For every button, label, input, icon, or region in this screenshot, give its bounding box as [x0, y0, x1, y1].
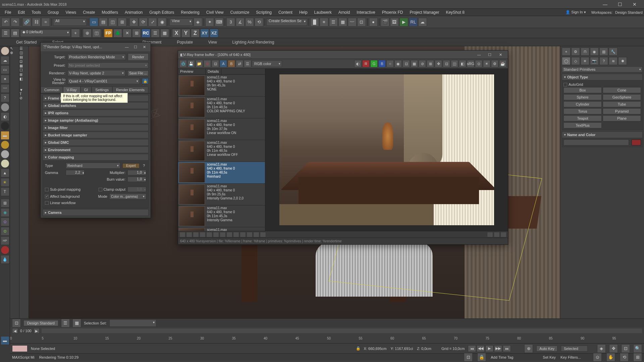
- se-filter-2[interactable]: T: [19, 92, 29, 96]
- status-color-swatch[interactable]: [12, 345, 28, 352]
- vfb-green-button[interactable]: G: [370, 60, 378, 67]
- menu-animation[interactable]: Animation: [121, 9, 146, 15]
- workspace-dropdown[interactable]: Design Standard: [615, 10, 643, 14]
- goto-end-button[interactable]: ⏭: [503, 345, 511, 352]
- nav-btn-4[interactable]: 🔍: [633, 344, 642, 353]
- vfb-history-item[interactable]: scena11.max640 x 480, frame 00h 9m 25,6s…: [178, 184, 265, 205]
- menu-scripting[interactable]: Scripting: [253, 9, 275, 15]
- layer-button[interactable]: ☰: [329, 18, 338, 26]
- keyboard-shortcut-button[interactable]: ⌨: [215, 18, 223, 26]
- toggle-ribbon-button[interactable]: ▦: [338, 18, 347, 26]
- se-btn-8[interactable]: ◧: [19, 77, 29, 81]
- object-color-swatch[interactable]: [632, 139, 641, 145]
- cm-subpixel-checkbox[interactable]: Sub-pixel mapping: [45, 187, 80, 191]
- subtab-geometry[interactable]: ◯: [562, 57, 571, 65]
- layer-select-button[interactable]: ◫: [92, 29, 101, 38]
- vfb-st-1[interactable]: [179, 232, 185, 237]
- tab-utilities[interactable]: 🔧: [609, 48, 618, 56]
- vfb-st-6[interactable]: [213, 232, 219, 237]
- sphere-tool-icon[interactable]: [1, 47, 9, 55]
- isolate-button[interactable]: ⊡: [464, 353, 473, 362]
- prim-textplus[interactable]: TextPlus: [564, 122, 602, 128]
- rect-tool-icon[interactable]: ▬: [1, 131, 9, 140]
- rotate-button[interactable]: ⟳: [139, 18, 148, 26]
- undo-button[interactable]: ↶: [1, 18, 10, 26]
- purple-tool-icon[interactable]: ✿: [1, 218, 9, 226]
- cm-mult-spinner[interactable]: 1,0: [127, 170, 146, 175]
- black-tool-icon[interactable]: [1, 122, 9, 130]
- menu-arnold[interactable]: Arnold: [335, 9, 354, 15]
- placement-button[interactable]: ◉: [158, 18, 166, 26]
- vfb-mono-button[interactable]: ◐: [354, 60, 362, 67]
- axis-x-button[interactable]: X: [172, 29, 181, 38]
- cm-linear-checkbox[interactable]: Linear workflow: [45, 201, 75, 205]
- addtimetag-button[interactable]: Add Time Tag: [491, 355, 513, 359]
- lock-xyz-icon[interactable]: 🔒: [356, 346, 361, 351]
- keymode-dropdown[interactable]: Selected: [561, 346, 588, 352]
- hp-tool-icon[interactable]: HP: [1, 236, 9, 245]
- tri-tool-icon[interactable]: ▲: [1, 169, 9, 177]
- menu-keyshot[interactable]: KeyShot 8: [442, 9, 468, 15]
- select-object-button[interactable]: ▭: [90, 18, 98, 26]
- vfb-btn-9[interactable]: ⊘: [419, 60, 426, 67]
- vfb-st-13[interactable]: [260, 232, 266, 237]
- circle-tool-icon[interactable]: [1, 103, 9, 112]
- vfb-btn-14[interactable]: ◧: [459, 60, 466, 67]
- rs-preset-dropdown[interactable]: No preset selected: [67, 62, 149, 68]
- vfb-st-11[interactable]: [247, 232, 253, 237]
- prim-geosphere[interactable]: GeoSphere: [603, 94, 641, 100]
- vfb-st-4[interactable]: [200, 232, 206, 237]
- rollout-imagefilter[interactable]: Image filter: [43, 124, 149, 131]
- spline-tool-icon[interactable]: 〰: [1, 84, 9, 93]
- nav-btn-2[interactable]: ✥: [609, 344, 618, 353]
- rs-close[interactable]: ✕: [140, 44, 149, 50]
- vfb-btn-17[interactable]: ☀: [483, 60, 490, 67]
- vfb-btn-6[interactable]: ◉: [394, 60, 402, 67]
- subtab-spacewarps[interactable]: ≋: [609, 57, 618, 65]
- render-online-button[interactable]: ☁: [418, 18, 427, 26]
- prim-plane[interactable]: Plane: [603, 115, 641, 121]
- subtab-cameras[interactable]: 📷: [590, 57, 599, 65]
- curve-editor-button[interactable]: 〰: [348, 18, 357, 26]
- rollout-imagesampler[interactable]: Image sampler (Antialiasing): [43, 117, 149, 124]
- setkey-button[interactable]: Set Key: [543, 355, 556, 359]
- bind-button[interactable]: ≈: [41, 18, 50, 26]
- cm-expert-button[interactable]: Expert: [122, 163, 140, 168]
- menu-phoenixfd[interactable]: Phoenix FD: [379, 9, 407, 15]
- vfb-btn-19[interactable]: ☕: [499, 60, 506, 67]
- vfb-st-12[interactable]: [253, 232, 259, 237]
- red-tool-icon[interactable]: [1, 246, 9, 254]
- vfb-history-list[interactable]: scena11.max640 x 480, frame 00h 9m 45,3s…: [178, 75, 265, 231]
- rc-button[interactable]: RC: [142, 29, 150, 38]
- se-filter-3[interactable]: ⊘: [19, 96, 29, 100]
- green-tool-icon[interactable]: ✿: [1, 227, 9, 236]
- select-name-button[interactable]: ▤: [99, 18, 108, 26]
- menu-group[interactable]: Group: [44, 9, 62, 15]
- use-center-button[interactable]: ◈: [194, 18, 202, 26]
- vfb-btn-11[interactable]: ✥: [435, 60, 442, 67]
- vfb-menu-button[interactable]: ☰: [244, 60, 251, 67]
- se-btn-4[interactable]: ⊡: [19, 59, 29, 64]
- rollout-name-color[interactable]: Name and Color: [562, 131, 643, 138]
- arrow-tool[interactable]: ↖: [10, 46, 19, 51]
- menu-edit[interactable]: Edit: [14, 9, 28, 15]
- vfb-close[interactable]: ✕: [495, 51, 506, 58]
- layer-explorer-toggle[interactable]: ▤: [11, 29, 19, 38]
- design-standard-label[interactable]: Design Standard: [23, 320, 58, 326]
- se-btn-7[interactable]: ⊞: [19, 72, 29, 77]
- vfb-btn-15[interactable]: sRG: [467, 60, 474, 67]
- select-region-button[interactable]: ◫: [108, 18, 117, 26]
- menu-grapheditors[interactable]: Graph Editors: [146, 9, 177, 15]
- vfb-compare-b-button[interactable]: B: [228, 60, 235, 67]
- vfb-save-button[interactable]: 💾: [187, 60, 195, 67]
- trackbar-icon[interactable]: ⊡: [12, 319, 21, 327]
- se-btn-6[interactable]: ☐: [19, 68, 29, 72]
- se-filter-1[interactable]: ▼: [19, 88, 29, 92]
- minimize-button[interactable]: —: [598, 1, 612, 8]
- prim-sphere[interactable]: Sphere: [564, 94, 602, 100]
- menu-content[interactable]: Content: [275, 9, 296, 15]
- pale-tool-icon[interactable]: [1, 159, 9, 168]
- mirror-button[interactable]: ▐▌: [310, 18, 319, 26]
- vfb-history-item[interactable]: scena11.max640 x 480, frame 00h 11m 48,5…: [178, 162, 265, 184]
- rollout-camera[interactable]: Camera: [43, 209, 149, 216]
